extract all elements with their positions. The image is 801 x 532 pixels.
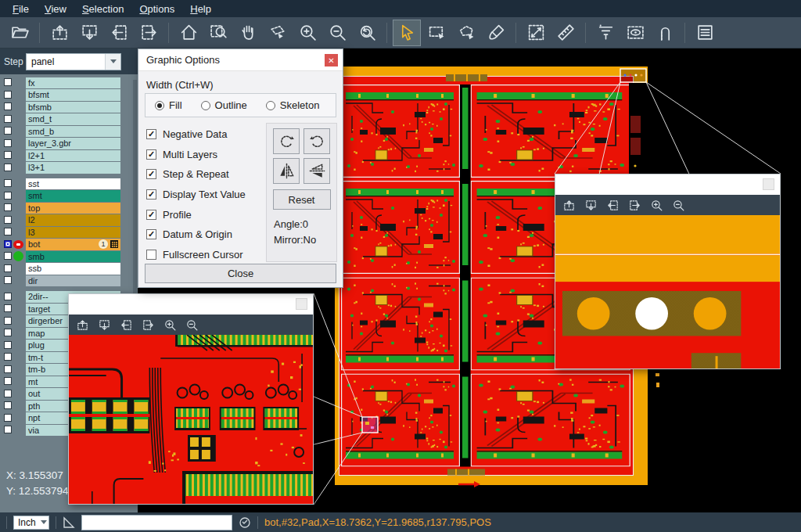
layer-name-bar[interactable]: fx (26, 77, 120, 89)
layer-row-ssb[interactable]: ssb (0, 263, 138, 275)
view-box-button[interactable] (621, 20, 649, 46)
magnifier-titlebar[interactable] (555, 174, 780, 195)
layer-name-bar[interactable]: top (26, 203, 120, 214)
checkbox-datum-origin[interactable]: ✓Datum & Origin (146, 225, 265, 245)
magnifier-window-left[interactable] (68, 293, 314, 505)
layer-visibility-checkbox[interactable] (4, 390, 12, 397)
form-button[interactable] (691, 20, 719, 46)
rot-ccw-button[interactable] (304, 128, 330, 154)
box-arrow-right-button[interactable] (628, 199, 641, 212)
layer-visibility-checkbox[interactable] (4, 127, 12, 135)
checkbox-step-repeat[interactable]: ✓Step & Repeat (146, 164, 265, 185)
layer-visibility-checkbox[interactable] (4, 252, 12, 260)
select-polygon-button[interactable] (452, 20, 480, 46)
zoom-out-button[interactable] (672, 199, 685, 212)
zoom-in-button[interactable] (163, 318, 177, 332)
red-indicator-icon[interactable] (13, 240, 23, 249)
box-arrow-down-button[interactable] (98, 318, 111, 332)
layer-visibility-checkbox[interactable] (4, 91, 12, 99)
box-arrow-down-button[interactable] (584, 199, 598, 212)
window-button[interactable] (296, 298, 307, 310)
layer-visibility-checkbox[interactable] (4, 341, 12, 349)
box-arrow-right-button[interactable] (135, 20, 163, 46)
open-folder-button[interactable] (5, 20, 34, 46)
zoom-out-button[interactable] (185, 318, 199, 332)
magnifier-titlebar[interactable] (69, 294, 313, 315)
flip-v-button[interactable] (304, 158, 330, 184)
magnifier-view[interactable] (555, 215, 780, 368)
layer-visibility-checkbox[interactable] (4, 115, 12, 123)
layer-visibility-checkbox[interactable] (4, 139, 12, 147)
checkbox-fullscreen-cursor[interactable]: Fullscreen Cursor (146, 245, 265, 265)
layer-row-smb[interactable]: smb (0, 250, 138, 263)
grid-icon[interactable] (110, 240, 118, 248)
layer-name-bar[interactable]: ssb (26, 263, 120, 275)
box-arrow-up-button[interactable] (562, 199, 576, 212)
box-arrow-right-button[interactable] (142, 318, 155, 332)
layer-visibility-checkbox[interactable] (4, 377, 12, 385)
layer-visibility-checkbox[interactable] (4, 365, 12, 373)
layer-visibility-checkbox[interactable] (4, 228, 12, 235)
select-rect-button[interactable] (422, 20, 451, 46)
box-arrow-left-button[interactable] (606, 199, 620, 212)
layer-visibility-checkbox[interactable] (4, 164, 12, 171)
layer-visibility-checkbox[interactable] (4, 304, 12, 312)
menu-selection[interactable]: Selection (74, 2, 131, 16)
close-icon[interactable]: ✕ (325, 54, 338, 66)
flip-h-button[interactable] (273, 158, 300, 184)
layer-name-bar[interactable]: sst (26, 178, 120, 190)
layer-name-bar[interactable]: smb (26, 251, 120, 263)
menu-options[interactable]: Options (131, 2, 182, 16)
layer-visibility-checkbox[interactable] (4, 78, 12, 86)
brush-button[interactable] (482, 20, 510, 46)
layer-row-smd_b[interactable]: smd_b (0, 125, 138, 138)
layer-name-bar[interactable]: bot1 (26, 239, 120, 250)
layer-visibility-checkbox[interactable] (4, 317, 12, 325)
layer-row-fx[interactable]: fx (0, 77, 138, 89)
layer-visibility-checkbox[interactable] (4, 203, 12, 211)
unit-select[interactable]: Inch (13, 516, 49, 530)
layer-visibility-checkbox[interactable] (4, 264, 12, 272)
layer-row-l3+1[interactable]: l3+1 (0, 162, 138, 174)
layer-row-smd_t[interactable]: smd_t (0, 113, 138, 126)
dialog-titlebar[interactable]: Graphic Options ✕ (138, 49, 343, 71)
layer-visibility-checkbox[interactable] (4, 192, 12, 200)
layer-visibility-checkbox[interactable] (4, 102, 12, 110)
green-indicator-icon[interactable] (13, 251, 23, 261)
layer-visibility-checkbox[interactable] (4, 353, 12, 361)
step-select[interactable]: panel (26, 53, 121, 70)
layer-row-bfsmt[interactable]: bfsmt (0, 89, 138, 102)
reset-button[interactable]: Reset (273, 189, 331, 210)
command-input[interactable] (81, 515, 232, 530)
magnifier-view[interactable] (69, 335, 313, 504)
radio-outline[interactable]: Outline (201, 99, 247, 111)
layer-name-bar[interactable]: smd_t (26, 113, 120, 125)
layer-row-l3[interactable]: l3 (0, 226, 138, 239)
layer-name-bar[interactable]: l2+1 (26, 150, 120, 162)
home-button[interactable] (174, 20, 203, 46)
box-arrow-up-button[interactable] (45, 20, 74, 46)
layer-row-dir[interactable]: dir (0, 275, 138, 287)
checkbox-negative-data[interactable]: ✓Negative Data (146, 124, 265, 145)
menu-view[interactable]: View (37, 2, 74, 16)
layer-visibility-checkbox[interactable] (4, 401, 12, 409)
ruler-button[interactable] (551, 20, 580, 46)
rot-cw-button[interactable] (273, 128, 300, 154)
layer-visibility-checkbox[interactable] (4, 293, 12, 300)
menu-file[interactable]: File (5, 2, 37, 16)
layer-name-bar[interactable]: l3 (26, 227, 120, 239)
layer-name-bar[interactable]: l2 (26, 214, 120, 226)
layer-visibility-checkbox[interactable] (4, 151, 12, 159)
checkbox-profile[interactable]: ✓Profile (146, 204, 265, 225)
layer-row-layer_3.gbr[interactable]: layer_3.gbr (0, 138, 138, 150)
layer-row-top[interactable]: top (0, 202, 138, 214)
layer-name-bar[interactable]: bfsmb (26, 102, 120, 113)
layer-visibility-checkbox[interactable] (4, 414, 12, 422)
zoom-in-button[interactable] (650, 199, 663, 212)
filter-button[interactable] (591, 20, 620, 46)
layer-name-bar[interactable]: smt (26, 190, 120, 202)
layer-name-bar[interactable]: layer_3.gbr (26, 138, 120, 149)
layer-visibility-checkbox[interactable] (4, 240, 12, 248)
layer-row-sst[interactable]: sst (0, 178, 138, 190)
layer-row-l2[interactable]: l2 (0, 214, 138, 227)
